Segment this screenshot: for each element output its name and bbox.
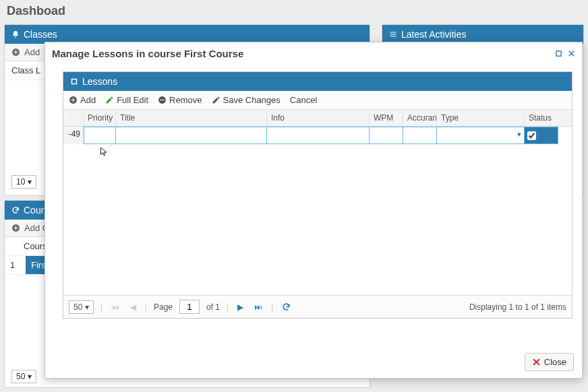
close-x-icon bbox=[532, 358, 541, 366]
page-label: Page bbox=[154, 302, 173, 312]
table-row[interactable]: -49 ▾ bbox=[63, 127, 572, 144]
col-wpm[interactable]: WPM bbox=[370, 110, 403, 126]
pencil-icon bbox=[105, 96, 114, 104]
row-priority-label: -49 bbox=[63, 127, 84, 144]
paging-size-select[interactable]: 50 ▾ bbox=[69, 300, 94, 314]
svg-rect-3 bbox=[72, 79, 77, 84]
svg-rect-2 bbox=[556, 51, 561, 56]
cell-accuracy[interactable] bbox=[403, 127, 437, 144]
refresh-button[interactable] bbox=[280, 302, 293, 311]
cell-type-dropdown[interactable]: ▾ bbox=[437, 127, 525, 144]
close-icon[interactable] bbox=[568, 50, 575, 57]
next-page-button[interactable]: ▶ bbox=[235, 302, 245, 312]
col-status[interactable]: Status bbox=[525, 110, 558, 126]
cell-priority[interactable] bbox=[84, 127, 116, 144]
cancel-button[interactable]: Cancel bbox=[290, 95, 317, 105]
stop-icon bbox=[70, 77, 78, 86]
lessons-toolbar: Add Full Edit Remove Save Changes Cancel bbox=[63, 91, 572, 110]
chevron-down-icon: ▾ bbox=[517, 130, 521, 139]
close-button[interactable]: Close bbox=[525, 353, 574, 371]
page-of: of 1 bbox=[206, 302, 220, 312]
plus-circle-icon bbox=[69, 96, 78, 104]
lessons-title: Lessons bbox=[82, 76, 117, 87]
maximize-icon[interactable] bbox=[555, 50, 562, 57]
minus-circle-icon bbox=[158, 96, 167, 104]
lessons-subpanel: Lessons Add Full Edit Remove Save Chan bbox=[63, 71, 572, 319]
save-changes-button[interactable]: Save Changes bbox=[212, 95, 281, 105]
col-checkbox bbox=[63, 110, 84, 126]
first-page-button[interactable]: ⏮ bbox=[109, 302, 121, 312]
status-checkbox[interactable] bbox=[527, 131, 536, 140]
last-page-button[interactable]: ⏭ bbox=[252, 302, 264, 312]
paging-summary: Displaying 1 to 1 of 1 items bbox=[469, 302, 566, 312]
add-button[interactable]: Add bbox=[69, 95, 96, 105]
full-edit-button[interactable]: Full Edit bbox=[105, 95, 148, 105]
lessons-subheader: Lessons bbox=[63, 72, 572, 91]
col-priority[interactable]: Priority bbox=[84, 110, 116, 126]
grid-paging: 50 ▾ | ⏮ ◀ | Page of 1 | ▶ ⏭ | Displa bbox=[63, 295, 572, 318]
col-title[interactable]: Title bbox=[116, 110, 267, 126]
modal-title-text: Manage Lessons in course First Course bbox=[52, 48, 243, 59]
cell-info[interactable] bbox=[267, 127, 370, 144]
manage-lessons-modal: Manage Lessons in course First Course Le… bbox=[45, 42, 583, 379]
page-input[interactable] bbox=[179, 300, 200, 314]
col-type[interactable]: Type bbox=[437, 110, 525, 126]
grid-header: Priority Title Info WPM Accuran Type Sta… bbox=[63, 110, 572, 127]
col-info[interactable]: Info bbox=[267, 110, 370, 126]
remove-button[interactable]: Remove bbox=[158, 95, 202, 105]
prev-page-button[interactable]: ◀ bbox=[128, 302, 138, 312]
lessons-grid: Priority Title Info WPM Accuran Type Sta… bbox=[63, 110, 572, 295]
cell-title[interactable] bbox=[116, 127, 267, 144]
pencil-icon bbox=[212, 96, 220, 104]
cell-status[interactable] bbox=[525, 127, 558, 144]
cell-wpm[interactable] bbox=[370, 127, 403, 144]
col-accuracy[interactable]: Accuran bbox=[403, 110, 437, 126]
